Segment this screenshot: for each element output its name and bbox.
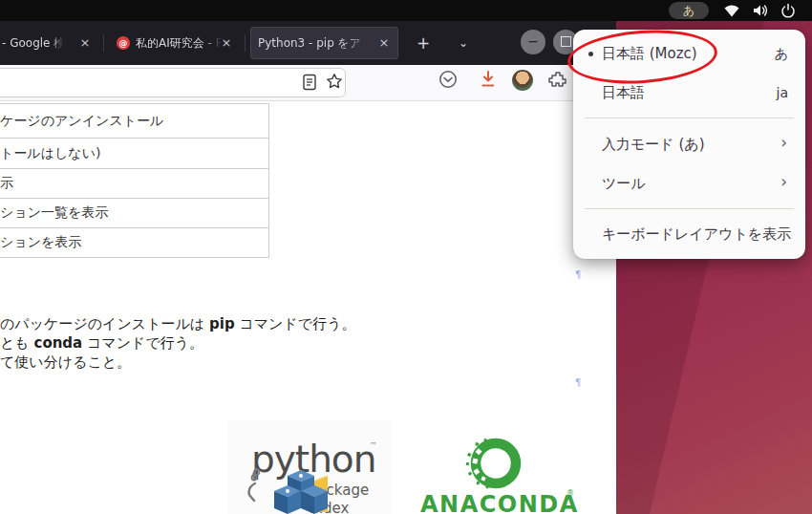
ime-dropdown-menu: 日本語 (Mozc) あ 日本語 ja 入力モード (あ) › ツール › キー… [573,30,805,259]
maximize-icon [561,36,571,47]
pypi-logo[interactable]: python ™ Package Index [228,420,391,514]
url-bar[interactable] [0,68,346,97]
download-icon[interactable] [478,69,502,94]
text-line: とも conda コマンドで行う。 [0,334,411,353]
text-line: のパッケージのインストールは pip コマンドで行う。 [0,315,411,334]
toc-row-label: ション一覧を表示 [0,204,108,222]
menu-separator [585,118,794,118]
ime-indicator[interactable]: あ [669,2,709,19]
page-content: ケージのアンインストール トールはしない) 示 ション一覧を表示 ションを表示 … [0,101,616,514]
toc-row-label: トールはしない) [0,145,100,162]
reader-mode-icon[interactable] [302,74,317,95]
system-top-bar: あ [0,0,812,21]
menu-item-show-keyboard-layout[interactable]: キーボードレイアウトを表示 [579,219,800,251]
menu-separator [585,208,794,209]
menu-item-label: ツール [602,175,646,193]
bookmark-star-icon[interactable] [326,73,343,94]
tab-close-icon[interactable]: × [375,34,393,52]
menu-item-japanese[interactable]: 日本語 ja [579,77,800,110]
tab-label: 私的AI研究会 - F [136,35,224,52]
tab-list-chevron-icon[interactable]: ⌄ [451,31,476,55]
toc-row[interactable]: ケージのアンインストール [0,104,268,139]
volume-icon[interactable] [752,3,769,18]
menu-item-label: 日本語 (Mozc) [602,45,697,63]
toc-row[interactable]: トールはしない) [0,139,268,169]
anaconda-logo[interactable]: ANACONDA ® [418,438,575,514]
menu-item-shortcut: ja [777,85,788,100]
anaconda-ring-icon [464,438,525,491]
extensions-puzzle-icon[interactable] [547,69,572,94]
anaconda-logo-text: ANACONDA [420,491,579,514]
text-line: て使い分けること。 [0,353,411,373]
registered-symbol: ® [566,489,574,498]
toc-table: ケージのアンインストール トールはしない) 示 ション一覧を表示 ションを表示 [0,103,269,258]
tab-ai-kenkyukai[interactable]: @ 私的AI研究会 - F × [107,27,241,59]
window-minimize-button[interactable]: − [521,30,545,54]
screen: - Google 検 × @ 私的AI研究会 - F × Python3 - p… [0,0,812,514]
menu-item-shortcut: あ [775,46,788,63]
pocket-icon[interactable] [438,69,462,94]
tab-close-icon[interactable]: × [218,34,235,52]
menu-item-mozc[interactable]: 日本語 (Mozc) あ [579,38,800,71]
chevron-right-icon: › [780,133,787,152]
tab-close-icon[interactable]: × [76,34,94,52]
toc-row[interactable]: 示 [0,169,268,199]
site-favicon-icon: @ [117,36,130,50]
paragraph-anchor-icon[interactable]: ¶ [575,377,581,388]
toc-row-label: ションを表示 [0,234,81,251]
selected-bullet-icon [588,52,593,56]
power-icon[interactable] [780,3,797,18]
tab-python3-pip[interactable]: Python3 - pip をア × [250,27,398,59]
tab-bar: - Google 検 × @ 私的AI研究会 - F × Python3 - p… [0,21,616,65]
tab-separator [103,34,104,52]
new-tab-button[interactable]: + [411,31,436,55]
menu-item-label: キーボードレイアウトを表示 [602,225,791,244]
firefox-window: - Google 検 × @ 私的AI研究会 - F × Python3 - p… [0,21,616,514]
menu-item-label: 入力モード (あ) [602,136,705,154]
tab-google[interactable]: - Google 検 × [0,27,99,59]
tab-label: Python3 - pip をア [258,35,371,52]
toc-row-label: ケージのアンインストール [0,113,163,130]
menu-item-tools[interactable]: ツール › [579,168,800,201]
wifi-icon[interactable] [723,3,740,18]
pypi-crane-blocks-icon [228,420,391,514]
menu-item-label: 日本語 [602,84,645,102]
toc-row[interactable]: ションを表示 [0,228,268,258]
toc-row[interactable]: ション一覧を表示 [0,199,268,228]
menu-item-input-mode[interactable]: 入力モード (あ) › [579,129,800,161]
profile-avatar[interactable] [512,70,533,91]
paragraph-anchor-icon[interactable]: ¶ [575,269,581,280]
body-text: のパッケージのインストールは pip コマンドで行う。 とも conda コマン… [0,315,411,372]
navigation-toolbar [0,65,616,101]
tab-label: - Google 検 [2,35,65,52]
toc-row-label: 示 [0,175,13,192]
tab-separator [245,34,246,52]
chevron-right-icon: › [780,172,787,191]
